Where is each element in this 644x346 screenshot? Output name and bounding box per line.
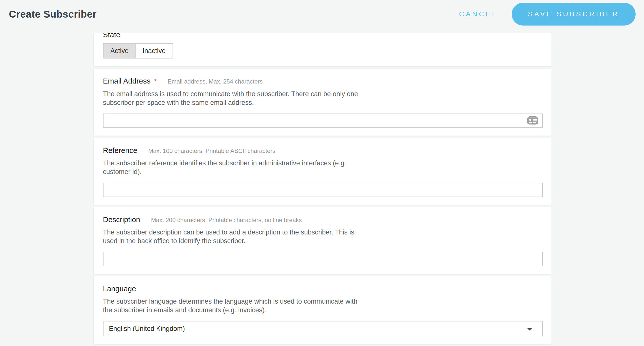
language-select[interactable]: English (United Kingdom) [103,321,543,336]
reference-label: Reference [103,147,137,155]
state-active-button[interactable]: Active [104,44,136,58]
reference-hint: Max. 100 characters, Printable ASCII cha… [148,148,275,155]
description-label: Description [103,216,140,224]
description-input[interactable] [103,252,543,266]
language-label: Language [103,285,136,293]
reference-description: The subscriber reference identifies the … [103,159,361,176]
cancel-button[interactable]: CANCEL [459,10,498,18]
contact-card-icon[interactable] [527,116,538,125]
state-toggle: Active Inactive [103,43,173,58]
email-description: The email address is used to communicate… [103,90,361,107]
description-description: The subscriber description can be used t… [103,228,361,245]
app-header: Create Subscriber CANCEL SAVE SUBSCRIBER [0,0,644,33]
description-hint: Max. 200 characters, Printable character… [151,217,302,224]
save-subscriber-button[interactable]: SAVE SUBSCRIBER [512,3,636,25]
description-card: Description Max. 200 characters, Printab… [94,207,551,274]
form-content: State Active Inactive Email Address * Em… [0,0,644,346]
email-hint: Email address, Max. 254 characters [168,78,263,85]
required-asterisk: * [154,77,157,85]
page-title: Create Subscriber [9,9,96,20]
reference-card: Reference Max. 100 characters, Printable… [94,138,551,205]
email-input[interactable] [103,114,543,128]
email-input-wrap [103,114,543,128]
reference-input[interactable] [103,183,543,197]
language-description: The subscriber language determines the l… [103,297,361,315]
caret-down-icon [527,328,532,331]
header-actions: CANCEL SAVE SUBSCRIBER [459,3,636,25]
language-card: Language The subscriber language determi… [94,276,551,344]
language-select-value: English (United Kingdom) [109,325,185,333]
email-label: Email Address [103,77,151,85]
state-inactive-button[interactable]: Inactive [136,44,172,58]
email-card: Email Address * Email address, Max. 254 … [94,69,551,136]
